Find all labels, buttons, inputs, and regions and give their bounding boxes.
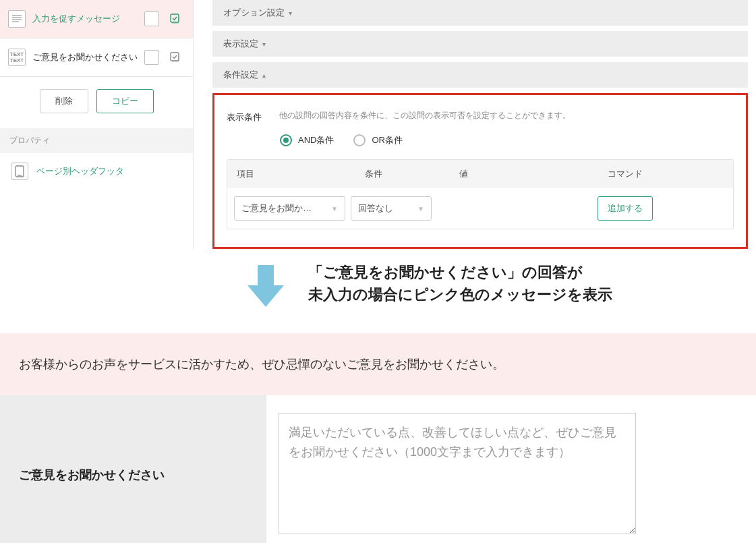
select-value: 回答なし (358, 202, 393, 215)
accordion-display[interactable]: 表示設定 ▾ (212, 31, 748, 57)
svg-point-10 (354, 135, 365, 146)
condition-row: ご意見をお聞か… ▼ 回答なし ▼ 追加する (227, 188, 733, 229)
checkbox[interactable] (144, 11, 159, 26)
property-page-header-footer[interactable]: ページ別ヘッダフッタ (0, 153, 193, 190)
sidebar: 入力を促すメッセージ TEXTTEXT ご意見をお聞かせください 削除 コピー … (0, 0, 194, 249)
radio-label: AND条件 (298, 134, 334, 146)
chevron-up-icon: ▴ (262, 72, 266, 79)
header-command: コマンド (517, 160, 733, 188)
radio-group: AND条件 OR条件 (279, 134, 734, 147)
copy-button[interactable]: コピー (96, 89, 154, 113)
condition-header-row: 項目 条件 値 コマンド (227, 160, 733, 188)
condition-description: 他の設問の回答内容を条件に、この設問の表示可否を設定することができます。 (279, 110, 734, 121)
annotation-line2: 未入力の場合にピンク色のメッセージを表示 (308, 283, 612, 306)
properties-heading: プロパティ (0, 128, 193, 153)
condition-label: 表示条件 (227, 110, 267, 159)
lines-icon (8, 10, 26, 28)
pink-message-banner: お客様からのお声をサービスに活かすため、ぜひ忌憚のないご意見をお聞かせください。 (0, 333, 756, 395)
annotation-region: 「ご意見をお聞かせください」の回答が 未入力の場合にピンク色のメッセージを表示 (0, 249, 756, 333)
down-arrow-icon (239, 261, 292, 316)
sidebar-item-label: 入力を促すメッセージ (32, 13, 138, 25)
chevron-down-icon: ▾ (289, 9, 292, 17)
sidebar-item-label: ご意見をお聞かせください (32, 51, 138, 63)
property-label: ページ別ヘッダフッタ (36, 165, 124, 177)
accordion-option[interactable]: オプション設定 ▾ (212, 0, 748, 26)
annotation-line1: 「ご意見をお聞かせください」の回答が (308, 261, 612, 283)
preview-question-label: ご意見をお聞かせください (0, 395, 266, 543)
sidebar-item-feedback[interactable]: TEXTTEXT ご意見をお聞かせください (0, 38, 193, 77)
radio-label: OR条件 (372, 134, 403, 146)
radio-and[interactable]: AND条件 (279, 134, 334, 147)
accordion-label: 条件設定 (223, 69, 258, 81)
select-value: ご意見をお聞か… (241, 202, 312, 215)
radio-selected-icon (279, 134, 293, 147)
feedback-textarea[interactable] (279, 413, 636, 534)
accordion-label: オプション設定 (223, 7, 285, 19)
header-item: 項目 (227, 160, 355, 188)
header-value: 値 (450, 160, 517, 188)
annotation-text: 「ご意見をお聞かせください」の回答が 未入力の場合にピンク色のメッセージを表示 (308, 261, 612, 306)
arrow-check-icon[interactable] (166, 9, 185, 28)
header-condition: 条件 (355, 160, 450, 188)
main-panel: オプション設定 ▾ 表示設定 ▾ 条件設定 ▴ 表示条件 他の設問の回答内容を条… (194, 0, 756, 249)
preview-form: ご意見をお聞かせください (0, 395, 756, 543)
text-icon: TEXTTEXT (8, 49, 26, 66)
condition-highlight: 表示条件 他の設問の回答内容を条件に、この設問の表示可否を設定することができます… (212, 93, 748, 249)
accordion-condition[interactable]: 条件設定 ▴ (212, 62, 748, 88)
chevron-down-icon: ▾ (262, 40, 266, 48)
checkbox[interactable] (144, 50, 159, 65)
arrow-check-icon[interactable] (166, 48, 185, 67)
preview-input-cell (266, 395, 756, 543)
config-region: 入力を促すメッセージ TEXTTEXT ご意見をお聞かせください 削除 コピー … (0, 0, 756, 249)
accordion-label: 表示設定 (223, 38, 258, 50)
select-condition[interactable]: 回答なし ▼ (351, 196, 432, 221)
svg-rect-5 (171, 53, 179, 61)
caret-down-icon: ▼ (331, 205, 338, 212)
sidebar-item-prompt-message[interactable]: 入力を促すメッセージ (0, 0, 193, 38)
condition-table: 項目 条件 値 コマンド ご意見をお聞か… ▼ 回答なし ▼ (227, 159, 734, 229)
device-icon (11, 163, 28, 180)
add-button[interactable]: 追加する (598, 196, 653, 221)
caret-down-icon: ▼ (417, 205, 424, 212)
svg-point-9 (283, 138, 289, 143)
select-item[interactable]: ご意見をお聞か… ▼ (234, 196, 345, 221)
radio-or[interactable]: OR条件 (353, 134, 403, 147)
delete-button[interactable]: 削除 (40, 89, 88, 113)
svg-rect-4 (171, 14, 179, 22)
sidebar-button-row: 削除 コピー (0, 77, 193, 128)
preview-region: お客様からのお声をサービスに活かすため、ぜひ忌憚のないご意見をお聞かせください。… (0, 333, 756, 543)
radio-unselected-icon (353, 134, 366, 147)
